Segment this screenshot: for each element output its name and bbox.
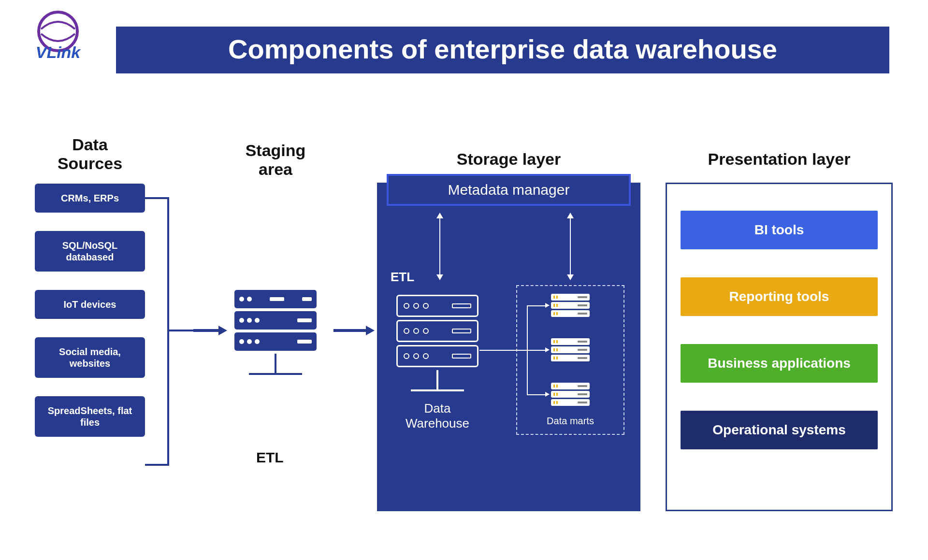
column-header-data-sources: Data Sources (35, 135, 145, 173)
data-marts-label: Data marts (516, 416, 624, 427)
source-iot: IoT devices (35, 290, 145, 319)
storage-etl-label: ETL (391, 270, 414, 285)
source-social-media: Social media, websites (35, 337, 145, 378)
source-sql-nosql: SQL/NoSQL databased (35, 231, 145, 272)
data-mart-icon (551, 383, 590, 407)
arrow-right-icon (545, 347, 550, 352)
connector-line (479, 350, 504, 351)
connector-line (527, 305, 545, 306)
presentation-operational-systems: Operational systems (681, 411, 878, 449)
connector-line (167, 197, 169, 466)
svg-marker-4 (366, 326, 375, 335)
page-title: Components of enterprise data warehouse (116, 27, 889, 73)
staging-server-icon (222, 290, 329, 375)
source-spreadsheets: SpreadSheets, flat files (35, 396, 145, 437)
double-arrow-icon (566, 213, 575, 280)
column-header-storage: Storage layer (377, 150, 640, 169)
data-mart-icon (551, 294, 590, 318)
connector-line (527, 350, 545, 351)
presentation-reporting-tools: Reporting tools (681, 277, 878, 316)
connector-line (527, 394, 545, 395)
data-sources-list: CRMs, ERPs SQL/NoSQL databased IoT devic… (35, 184, 145, 455)
arrow-right-icon (545, 392, 550, 397)
connector-line (167, 330, 196, 331)
double-arrow-icon (435, 213, 445, 280)
data-mart-icon (551, 338, 590, 363)
metadata-manager-box: Metadata manager (387, 174, 631, 206)
connector-line (504, 350, 527, 351)
logo-text: VLink (36, 43, 82, 61)
vlink-logo: VLink (24, 10, 92, 68)
staging-etl-label: ETL (256, 449, 284, 466)
presentation-bi-tools: BI tools (681, 211, 878, 249)
data-warehouse-icon (396, 295, 478, 391)
presentation-business-apps: Business applications (681, 344, 878, 383)
connector-line (145, 464, 169, 466)
connector-line (145, 197, 169, 199)
arrow-right-icon (545, 303, 550, 308)
data-warehouse-label: Data Warehouse (396, 401, 478, 431)
column-header-presentation: Presentation layer (666, 150, 893, 169)
presentation-layer-panel: BI tools Reporting tools Business applic… (666, 183, 893, 511)
column-header-staging: Staging area (220, 141, 331, 179)
source-crms-erps: CRMs, ERPs (35, 184, 145, 213)
